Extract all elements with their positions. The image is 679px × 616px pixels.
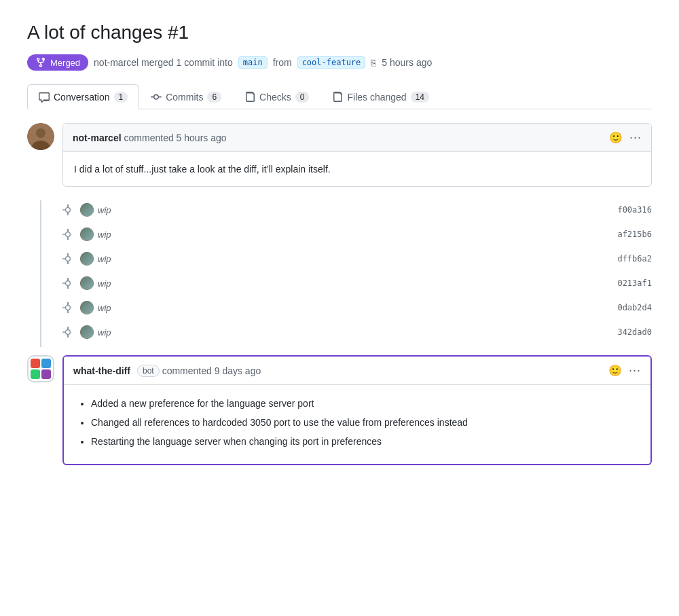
commit-graph-icon-6 — [62, 327, 73, 338]
files-changed-icon — [332, 92, 343, 103]
bot-comment-header: what-the-diff bot commented 9 days ago 🙂… — [64, 357, 650, 385]
commit-hash-6: 342dad0 — [617, 327, 652, 337]
commit-avatar-5 — [80, 301, 94, 314]
merged-badge: Merged — [27, 54, 88, 71]
bot-emoji-button[interactable]: 🙂 — [608, 364, 622, 377]
svg-rect-28 — [31, 359, 40, 368]
bot-comment-timestamp: commented 9 days ago — [162, 365, 261, 376]
commit-hash-1: f00a316 — [617, 205, 652, 215]
commit-item-3: wip dffb6a2 — [62, 247, 652, 271]
commit-hash-4: 0213af1 — [617, 278, 652, 288]
commit-avatar-2 — [80, 228, 94, 241]
comment-body-1: I did a lot of stuff...just take a look … — [63, 152, 651, 186]
more-button-1[interactable]: ··· — [629, 130, 642, 145]
commit-dot-5 — [62, 302, 73, 313]
bot-avatar-svg — [29, 357, 53, 381]
bot-badge: bot — [137, 365, 160, 377]
tab-conversation-count: 1 — [114, 92, 128, 103]
svg-rect-30 — [31, 369, 40, 379]
svg-rect-31 — [41, 369, 51, 379]
commits-list-wrapper: wip f00a316 wip af215b6 — [27, 198, 652, 344]
svg-point-1 — [36, 128, 45, 138]
svg-point-20 — [66, 306, 71, 310]
commits-icon — [151, 92, 162, 103]
merged-label: Merged — [50, 58, 80, 68]
content-area: not-marcel commented 5 hours ago 🙂 ··· I… — [27, 109, 652, 465]
svg-point-24 — [66, 330, 71, 335]
bot-list-item-2: Changed all references to hardcoded 3050… — [91, 415, 637, 431]
commit-dot-3 — [62, 253, 73, 264]
bot-comment-header-left: what-the-diff bot commented 9 days ago — [73, 365, 261, 377]
svg-point-4 — [66, 208, 71, 213]
commit-label-2: wip — [98, 230, 617, 240]
commit-item-1: wip f00a316 — [62, 198, 652, 222]
bot-list-item-1: Added a new preference for the language … — [91, 396, 637, 412]
svg-point-16 — [66, 281, 71, 286]
tab-checks[interactable]: Checks 0 — [233, 84, 320, 109]
comment-box-1: not-marcel commented 5 hours ago 🙂 ··· I… — [62, 123, 652, 187]
commit-item-6: wip 342dad0 — [62, 320, 652, 344]
commit-label-4: wip — [98, 278, 617, 289]
commit-item-5: wip 0dab2d4 — [62, 295, 652, 320]
bot-comment-author: what-the-diff — [73, 365, 130, 376]
comment-header-left-1: not-marcel commented 5 hours ago — [73, 132, 227, 143]
commit-hash-5: 0dab2d4 — [617, 303, 652, 312]
tab-checks-count: 0 — [295, 92, 310, 103]
commit-avatar-1 — [80, 203, 94, 217]
bot-comment-list: Added a new preference for the language … — [77, 396, 637, 450]
commit-dot-2 — [62, 229, 73, 240]
commit-item-4: wip 0213af1 — [62, 271, 652, 295]
commit-dot-6 — [62, 327, 73, 338]
tab-commits[interactable]: Commits 6 — [139, 84, 233, 109]
tab-conversation[interactable]: Conversation 1 — [27, 84, 139, 109]
commit-dot-1 — [62, 204, 73, 215]
tab-files-changed-count: 14 — [411, 92, 429, 103]
emoji-button-1[interactable]: 🙂 — [609, 131, 623, 144]
user-avatar-svg — [27, 123, 54, 150]
pr-time: 5 hours ago — [382, 57, 432, 68]
merge-icon — [35, 57, 46, 68]
commit-dot-4 — [62, 278, 73, 289]
bot-list-item-3: Restarting the language server when chan… — [91, 434, 637, 450]
commit-graph-icon-4 — [62, 278, 73, 289]
bot-comment-body: Added a new preference for the language … — [64, 385, 650, 463]
svg-point-8 — [66, 232, 71, 237]
avatar-not-marcel — [27, 123, 54, 150]
pr-meta-text: not-marcel merged 1 commit into — [94, 57, 233, 68]
commits-vertical-line — [40, 200, 41, 347]
comment-header-actions-1: 🙂 ··· — [609, 130, 642, 145]
comment-timestamp-1: commented 5 hours ago — [124, 132, 227, 143]
svg-point-12 — [66, 257, 71, 261]
conversation-icon — [39, 92, 50, 103]
commit-avatar-4 — [80, 276, 94, 290]
commit-label-6: wip — [98, 327, 617, 338]
head-branch[interactable]: cool-feature — [297, 56, 366, 69]
tab-commits-count: 6 — [207, 92, 221, 103]
tab-files-changed[interactable]: Files changed 14 — [320, 84, 441, 109]
svg-rect-29 — [41, 359, 51, 368]
bot-comment-thread: what-the-diff bot commented 9 days ago 🙂… — [27, 355, 652, 465]
tab-files-changed-label: Files changed — [347, 92, 406, 103]
commit-label-3: wip — [98, 254, 617, 264]
page-title: A lot of changes #1 — [27, 22, 652, 43]
commits-line-col — [27, 198, 54, 344]
commit-avatar-6 — [80, 325, 94, 339]
checks-icon — [244, 92, 255, 103]
commit-item-2: wip af215b6 — [62, 222, 652, 247]
commit-graph-icon-5 — [62, 302, 73, 313]
tabs-bar: Conversation 1 Commits 6 Checks 0 Files … — [27, 84, 652, 109]
bot-comment-box: what-the-diff bot commented 9 days ago 🙂… — [62, 355, 652, 465]
bot-comment-header-actions: 🙂 ··· — [608, 363, 641, 378]
commit-hash-3: dffb6a2 — [617, 254, 652, 264]
bot-more-button[interactable]: ··· — [629, 363, 641, 378]
commit-graph-icon-3 — [62, 253, 73, 264]
copy-icon[interactable]: ⎘ — [371, 58, 376, 68]
commit-label-1: wip — [98, 205, 617, 215]
tab-conversation-label: Conversation — [54, 92, 110, 103]
commit-graph-icon-1 — [62, 204, 73, 215]
comment-author-1: not-marcel — [73, 132, 122, 143]
commits-items: wip f00a316 wip af215b6 — [62, 198, 652, 344]
commit-label-5: wip — [98, 303, 617, 313]
commit-avatar-3 — [80, 252, 94, 266]
base-branch[interactable]: main — [238, 56, 268, 69]
